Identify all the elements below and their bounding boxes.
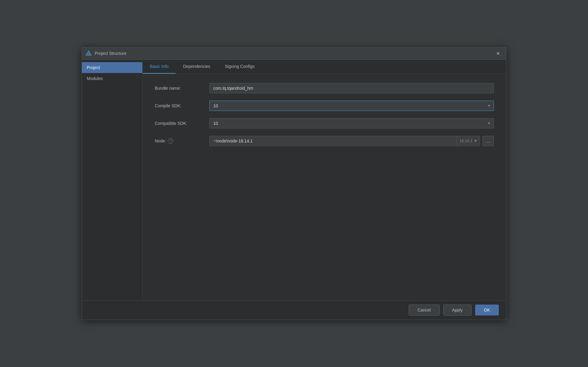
node-input-area: 18.14.1 ▼ ... — [209, 136, 494, 146]
form-area: Bundle name: Compile SDK: 10 9 8 ▼ — [143, 74, 506, 300]
dialog-body: Project Modules Basic Info Dependencies … — [82, 60, 506, 300]
sidebar-item-modules[interactable]: Modules — [82, 73, 142, 84]
main-content: Basic Info Dependencies Signing Configs … — [143, 60, 506, 300]
compatible-sdk-row: Compatible SDK: 10 9 8 ▼ — [155, 118, 494, 128]
dialog-title: Project Structure — [95, 51, 494, 56]
node-browse-button[interactable]: ... — [482, 136, 494, 146]
project-structure-dialog: Project Structure ✕ Project Modules Basi… — [82, 47, 506, 320]
sidebar-item-project[interactable]: Project — [82, 62, 142, 73]
app-logo-icon — [86, 50, 92, 56]
node-path-input[interactable] — [210, 136, 457, 146]
dialog-footer: Cancel Apply OK — [82, 300, 506, 320]
node-version-dropdown-icon[interactable]: ▼ — [474, 139, 477, 143]
cancel-button[interactable]: Cancel — [409, 305, 440, 315]
compile-sdk-label: Compile SDK: — [155, 103, 209, 108]
apply-button[interactable]: Apply — [443, 305, 471, 315]
compatible-sdk-select[interactable]: 10 9 8 — [209, 118, 494, 128]
title-bar: Project Structure ✕ — [82, 48, 506, 60]
bundle-name-row: Bundle name: — [155, 83, 494, 93]
bundle-name-label: Bundle name: — [155, 86, 209, 91]
node-row: Node: ? 18.14.1 ▼ ... — [155, 136, 494, 146]
tab-basic-info[interactable]: Basic Info — [143, 60, 176, 74]
compatible-sdk-label: Compatible SDK: — [155, 121, 209, 126]
compile-sdk-select[interactable]: 10 9 8 — [209, 101, 494, 111]
node-label: Node: ? — [155, 138, 209, 144]
node-help-icon[interactable]: ? — [168, 138, 173, 144]
tabs-bar: Basic Info Dependencies Signing Configs — [143, 60, 506, 74]
node-input-wrapper: 18.14.1 ▼ — [209, 136, 480, 146]
compile-sdk-select-wrapper: 10 9 8 ▼ — [209, 101, 494, 111]
compile-sdk-row: Compile SDK: 10 9 8 ▼ — [155, 101, 494, 111]
bundle-name-input[interactable] — [209, 83, 494, 93]
ok-button[interactable]: OK — [475, 305, 499, 315]
close-icon[interactable]: ✕ — [494, 49, 502, 58]
sidebar: Project Modules — [82, 60, 143, 300]
node-version-display: 18.14.1 ▼ — [457, 136, 480, 145]
tab-dependencies[interactable]: Dependencies — [176, 60, 218, 74]
compatible-sdk-select-wrapper: 10 9 8 ▼ — [209, 118, 494, 128]
tab-signing-configs[interactable]: Signing Configs — [218, 60, 262, 74]
